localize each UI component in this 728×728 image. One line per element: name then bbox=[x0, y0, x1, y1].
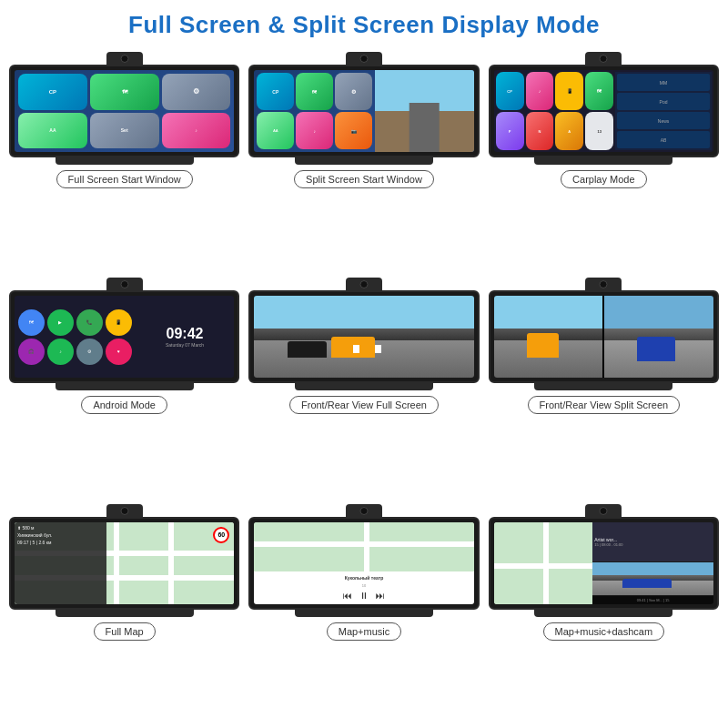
split-right bbox=[375, 70, 474, 152]
map-eta: 09:17 | 5 | 2.6 км bbox=[17, 540, 104, 545]
next-button[interactable]: ⏭ bbox=[376, 591, 385, 601]
screen-display: CP 🗺 ⚙ AA Set ♪ bbox=[15, 70, 234, 152]
camera-mount-6 bbox=[585, 278, 622, 290]
app-carplay: CP bbox=[18, 74, 87, 110]
cell-split-screen-start: CP 🗺 ⚙ AA ♪ 📷 Split Screen Start bbox=[248, 52, 479, 268]
camera-mount-8 bbox=[346, 504, 382, 517]
dashcam-rear bbox=[604, 296, 713, 378]
camera-mount-9 bbox=[585, 504, 622, 517]
camera-mount-2 bbox=[346, 52, 382, 65]
and-icon-5: 🎧 bbox=[18, 339, 45, 365]
camera-mount-4 bbox=[106, 278, 143, 290]
mmd-right-section: Artist wor... 15 | 08:00 - 01:00 09:41 |… bbox=[592, 522, 713, 604]
mmd-music-panel: Artist wor... 15 | 08:00 - 01:00 bbox=[592, 522, 713, 561]
label-full-screen-start: Full Screen Start Window bbox=[56, 170, 193, 188]
cell-full-map: ⬆ 580 м Химкинский бул. 09:17 | 5 | 2.6 … bbox=[9, 504, 239, 721]
road-v-2 bbox=[168, 522, 174, 604]
cell-front-rear-full: Front/Rear View Full Screen bbox=[248, 278, 479, 494]
device-android: 🗺 ▶ 📞 📱 🎧 ♪ ⚙ ♥ 09:42 Saturday 07 March bbox=[9, 278, 239, 390]
device-front-rear-full bbox=[248, 278, 479, 390]
device-full-map: ⬆ 580 м Химкинский бул. 09:17 | 5 | 2.6 … bbox=[9, 504, 239, 617]
screen-display-7: ⬆ 580 м Химкинский бул. 09:17 | 5 | 2.6 … bbox=[15, 522, 234, 604]
and-icon-3: 📞 bbox=[76, 309, 103, 336]
icon-map: 🗺 bbox=[296, 73, 333, 110]
and-icon-8: ♥ bbox=[106, 339, 132, 365]
camera-mount-5 bbox=[346, 278, 382, 290]
screen-display-6 bbox=[494, 296, 713, 378]
screen-display-4: 🗺 ▶ 📞 📱 🎧 ♪ ⚙ ♥ 09:42 Saturday 07 March bbox=[15, 296, 234, 378]
cp-icon-5: P bbox=[496, 112, 524, 150]
icon-cp: CP bbox=[257, 73, 294, 110]
label-split-screen-start: Split Screen Start Window bbox=[294, 170, 434, 188]
sidebar-4: AB bbox=[617, 131, 710, 148]
cp-icon-4: 🗺 bbox=[585, 72, 613, 110]
music-controls-bar: ⏮ ⏸ ⏭ bbox=[343, 591, 385, 601]
mmd-road-scene bbox=[592, 562, 713, 595]
screen-display-9: Artist wor... 15 | 08:00 - 01:00 09:41 |… bbox=[494, 522, 713, 604]
front-car-yellow bbox=[527, 333, 560, 358]
camera-mount-3 bbox=[585, 52, 622, 65]
cp-icon-8: 13 bbox=[585, 112, 613, 150]
prev-button[interactable]: ⏮ bbox=[343, 591, 352, 601]
music-section: Кукольный театр 10 ⏮ ⏸ ⏭ bbox=[254, 571, 473, 604]
time-display: 09:42 bbox=[167, 326, 204, 342]
mmd-time: 15 | 08:00 - 01:00 bbox=[594, 542, 712, 547]
date-display: Saturday 07 March bbox=[166, 342, 204, 348]
device-full-screen: CP 🗺 ⚙ AA Set ♪ bbox=[9, 52, 239, 165]
map-bg-music bbox=[254, 522, 473, 571]
device-stand-6 bbox=[534, 383, 672, 390]
device-map-music-dashcam: Artist wor... 15 | 08:00 - 01:00 09:41 |… bbox=[489, 504, 719, 617]
screen-display-2: CP 🗺 ⚙ AA ♪ 📷 bbox=[254, 70, 473, 152]
screen-body-3: CP ♪ 📱 🗺 P N A 13 MM Pod News bbox=[489, 65, 719, 157]
device-front-rear-split bbox=[489, 278, 719, 390]
and-icon-4: 📱 bbox=[106, 309, 132, 336]
road-line-1 bbox=[353, 345, 359, 353]
icon-files: 📷 bbox=[335, 112, 372, 149]
device-map-music: Кукольный театр 10 ⏮ ⏸ ⏭ bbox=[248, 504, 479, 617]
app-maps: 🗺 bbox=[90, 74, 159, 110]
screen-display-3: CP ♪ 📱 🗺 P N A 13 MM Pod News bbox=[494, 70, 713, 152]
speed-limit-sign: 60 bbox=[213, 527, 229, 543]
road-v-mmd bbox=[543, 522, 549, 604]
label-android-mode: Android Mode bbox=[81, 396, 167, 414]
screen-body-7: ⬆ 580 м Химкинский бул. 09:17 | 5 | 2.6 … bbox=[9, 517, 239, 610]
car-black bbox=[288, 341, 327, 358]
split-left: CP 🗺 ⚙ AA ♪ 📷 bbox=[254, 70, 375, 152]
play-pause-button[interactable]: ⏸ bbox=[359, 591, 369, 601]
screen-body-8: Кукольный театр 10 ⏮ ⏸ ⏭ bbox=[248, 517, 479, 610]
app-settings: ⚙ bbox=[162, 74, 231, 110]
device-stand-7 bbox=[56, 610, 194, 617]
map-background: ⬆ 580 м Химкинский бул. 09:17 | 5 | 2.6 … bbox=[15, 522, 234, 604]
device-stand-5 bbox=[295, 383, 433, 390]
cell-carplay-mode: CP ♪ 📱 🗺 P N A 13 MM Pod News bbox=[489, 52, 719, 268]
page-title: Full Screen & Split Screen Display Mode bbox=[128, 11, 600, 39]
screen-body-5 bbox=[248, 290, 479, 383]
app-android: AA bbox=[18, 113, 87, 149]
cell-full-screen-start: CP 🗺 ⚙ AA Set ♪ Full Screen Start Window bbox=[9, 52, 239, 268]
map-section bbox=[254, 522, 473, 571]
android-icon-grid: 🗺 ▶ 📞 📱 🎧 ♪ ⚙ ♥ bbox=[15, 306, 136, 369]
and-icon-7: ⚙ bbox=[76, 339, 103, 365]
cell-front-rear-split: Front/Rear View Split Screen bbox=[489, 278, 719, 494]
app-music: ♪ bbox=[162, 113, 231, 149]
map-nav-info: ⬆ 580 м bbox=[17, 525, 104, 531]
label-carplay-mode: Carplay Mode bbox=[561, 170, 646, 188]
camera-mount bbox=[106, 52, 143, 65]
device-stand bbox=[56, 157, 194, 165]
music-theater-title: Кукольный театр bbox=[345, 575, 384, 581]
device-stand-3 bbox=[534, 157, 672, 165]
dashcam-road-scene bbox=[254, 296, 473, 378]
and-icon-6: ♪ bbox=[47, 339, 74, 365]
map-bg-mmd bbox=[494, 522, 593, 604]
app-setting2: Set bbox=[90, 113, 159, 149]
road-v-1 bbox=[114, 522, 119, 604]
mmd-car bbox=[622, 579, 671, 589]
mmd-dashcam-panel bbox=[592, 562, 713, 595]
screen-body-6 bbox=[489, 290, 719, 383]
device-stand-2 bbox=[295, 157, 433, 165]
cell-map-music-dashcam: Artist wor... 15 | 08:00 - 01:00 09:41 |… bbox=[489, 504, 719, 721]
map-street: Химкинский бул. bbox=[17, 532, 104, 538]
page: Full Screen & Split Screen Display Mode … bbox=[0, 0, 728, 728]
front-road-scene bbox=[494, 296, 603, 378]
android-clock: 09:42 Saturday 07 March bbox=[136, 326, 235, 348]
